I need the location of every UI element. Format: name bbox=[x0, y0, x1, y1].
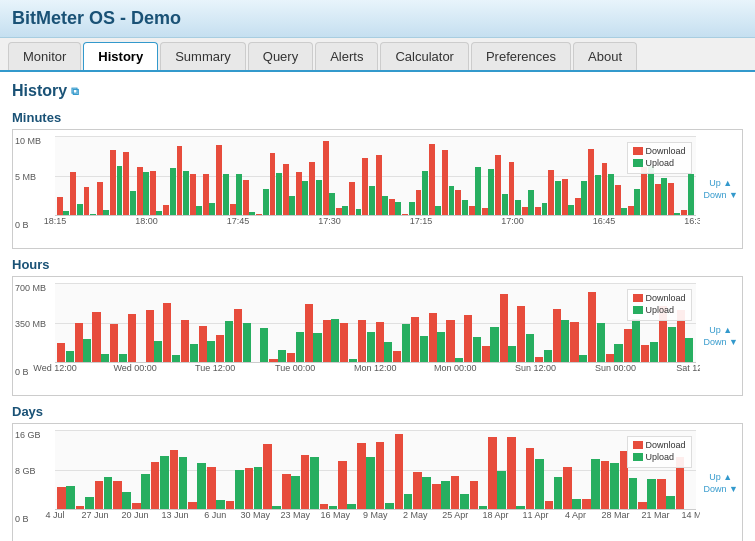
upload-bar bbox=[331, 319, 339, 362]
minutes-up-btn[interactable]: Up ▲ bbox=[709, 178, 732, 188]
bar-group bbox=[181, 320, 198, 362]
download-bar bbox=[470, 481, 479, 509]
tab-summary[interactable]: Summary bbox=[160, 42, 246, 70]
bar-group bbox=[570, 322, 587, 362]
x-label: Wed 12:00 bbox=[33, 363, 76, 373]
download-bar bbox=[338, 461, 347, 509]
minutes-down-btn[interactable]: Down ▼ bbox=[704, 190, 738, 200]
download-bar bbox=[132, 503, 141, 509]
bar-group bbox=[216, 321, 233, 362]
upload-bar bbox=[668, 327, 676, 362]
download-bar bbox=[340, 323, 348, 362]
upload-bar bbox=[579, 355, 587, 362]
download-bar bbox=[113, 481, 122, 509]
upload-bar bbox=[119, 354, 127, 362]
download-bar bbox=[535, 357, 543, 362]
bar-group bbox=[270, 153, 282, 215]
download-bar bbox=[97, 182, 103, 215]
hours-down-btn[interactable]: Down ▼ bbox=[704, 337, 738, 347]
tab-query[interactable]: Query bbox=[248, 42, 313, 70]
tab-monitor[interactable]: Monitor bbox=[8, 42, 81, 70]
bar-group bbox=[638, 479, 656, 509]
bar-group bbox=[602, 163, 614, 215]
download-bar bbox=[548, 170, 554, 215]
bar-group bbox=[151, 456, 169, 509]
upload-bar bbox=[535, 459, 544, 509]
bar-group bbox=[252, 328, 269, 362]
upload-bar bbox=[310, 457, 319, 509]
upload-bar bbox=[66, 486, 75, 509]
upload-bar bbox=[502, 194, 508, 215]
download-bar bbox=[216, 335, 224, 362]
bar-group bbox=[429, 144, 441, 215]
bar-group bbox=[582, 459, 600, 509]
download-bar bbox=[323, 320, 331, 362]
download-bar bbox=[349, 182, 355, 215]
download-bar bbox=[110, 324, 118, 362]
bar-group bbox=[301, 455, 319, 509]
upload-bar bbox=[515, 200, 521, 215]
upload-bar bbox=[143, 172, 149, 215]
tab-calculator[interactable]: Calculator bbox=[380, 42, 469, 70]
upload-bar bbox=[634, 189, 640, 215]
bar-group bbox=[57, 197, 69, 215]
upload-bar bbox=[462, 200, 468, 215]
hours-x-axis: Wed 12:00Wed 00:00Tue 12:00Tue 00:00Mon … bbox=[55, 363, 696, 377]
minutes-y-bot: 0 B bbox=[15, 220, 29, 230]
bar-group bbox=[413, 472, 431, 509]
bar-group bbox=[146, 310, 163, 362]
download-bar bbox=[638, 502, 647, 509]
upload-bar bbox=[77, 204, 83, 215]
bar-group bbox=[110, 324, 127, 362]
upload-bar bbox=[597, 323, 605, 362]
upload-bar bbox=[473, 337, 481, 362]
upload-bar bbox=[497, 471, 506, 509]
days-bars bbox=[55, 430, 696, 509]
bar-group bbox=[76, 497, 94, 509]
download-bar bbox=[110, 150, 116, 215]
upload-bar bbox=[329, 506, 338, 509]
bar-group bbox=[75, 323, 92, 362]
x-label: 30 May bbox=[240, 510, 270, 520]
download-bar bbox=[234, 309, 242, 362]
minutes-x-axis: 18:1518:0017:4517:3017:1517:0016:4516:30 bbox=[55, 216, 696, 230]
bar-group bbox=[562, 179, 574, 215]
bar-group bbox=[282, 474, 300, 509]
download-bar bbox=[57, 197, 63, 215]
bar-group bbox=[668, 183, 680, 215]
bar-group bbox=[411, 317, 428, 362]
x-label: 17:15 bbox=[410, 216, 433, 226]
upload-bar bbox=[154, 341, 162, 362]
x-label: 18 Apr bbox=[482, 510, 508, 520]
upload-bar bbox=[316, 180, 322, 215]
upload-bar bbox=[254, 467, 263, 509]
upload-bar bbox=[172, 355, 180, 362]
x-label: 4 Jul bbox=[45, 510, 64, 520]
download-bar bbox=[163, 205, 169, 215]
upload-bar bbox=[581, 181, 587, 215]
download-bar bbox=[320, 504, 329, 509]
tab-history[interactable]: History bbox=[83, 42, 158, 70]
bar-group bbox=[132, 474, 150, 509]
bar-group bbox=[429, 313, 446, 362]
bar-group bbox=[507, 437, 525, 509]
download-bar bbox=[358, 320, 366, 362]
bar-group bbox=[553, 309, 570, 362]
tab-preferences[interactable]: Preferences bbox=[471, 42, 571, 70]
download-bar bbox=[301, 455, 310, 509]
tab-alerts[interactable]: Alerts bbox=[315, 42, 378, 70]
x-label: Mon 00:00 bbox=[434, 363, 477, 373]
hours-up-btn[interactable]: Up ▲ bbox=[709, 325, 732, 335]
download-bar bbox=[123, 152, 129, 215]
download-bar bbox=[230, 204, 236, 215]
bar-group bbox=[190, 174, 202, 215]
upload-bar bbox=[385, 503, 394, 509]
app-title: BitMeter OS - Demo bbox=[0, 0, 755, 38]
x-label: 27 Jun bbox=[82, 510, 109, 520]
days-up-btn[interactable]: Up ▲ bbox=[709, 472, 732, 482]
tab-about[interactable]: About bbox=[573, 42, 637, 70]
days-down-btn[interactable]: Down ▼ bbox=[704, 484, 738, 494]
upload-bar bbox=[66, 351, 74, 362]
page-title: History ⧉ bbox=[12, 82, 743, 100]
upload-bar bbox=[402, 324, 410, 362]
